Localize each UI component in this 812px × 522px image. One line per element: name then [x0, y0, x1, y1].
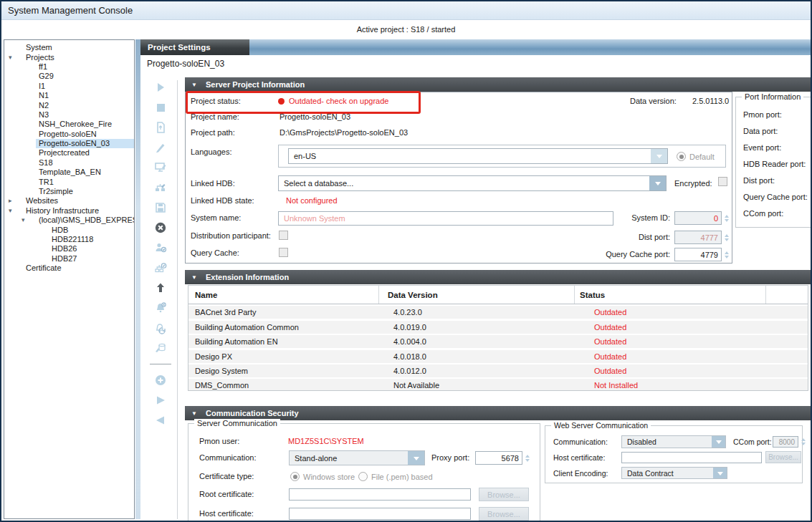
alarm-off-icon[interactable]: [143, 298, 177, 318]
extension-table-header[interactable]: Name Data Version Status: [188, 286, 808, 304]
ccom-port-spin-buttons[interactable]: [799, 436, 807, 448]
column-header-data-version[interactable]: Data Version: [378, 286, 574, 304]
tree-item-history-infrastructure[interactable]: ▾History Infrastructure: [4, 206, 134, 216]
section-header-extension-information[interactable]: ▼ Extension Information: [185, 270, 811, 284]
start-icon[interactable]: [143, 77, 177, 97]
tree-item--local-gms-hdb-express[interactable]: ▾(local)\GMS_HDB_EXPRESS: [4, 216, 134, 225]
tree-item-label: HDB221118: [49, 235, 96, 244]
tree-item-ff1[interactable]: ff1: [4, 62, 134, 72]
add-icon[interactable]: [143, 370, 177, 390]
system-id-spin-buttons[interactable]: [722, 211, 730, 225]
web-host-certificate-input[interactable]: [621, 452, 762, 463]
chevron-down-icon[interactable]: [649, 176, 666, 190]
tree-item-template-ba-en[interactable]: Template_BA_EN: [4, 168, 134, 177]
distribution-participant-checkbox[interactable]: [279, 231, 288, 240]
chevron-down-icon[interactable]: ▾: [9, 206, 23, 216]
web-communication-select[interactable]: Disabled: [621, 435, 726, 448]
collapse-arrow-icon[interactable]: ▼: [191, 82, 197, 88]
data-version-label: Data version:: [630, 97, 677, 105]
ccom-port-label: CCom port:: [733, 438, 772, 446]
tree-item-g29[interactable]: G29: [4, 72, 134, 81]
root-certificate-browse-button[interactable]: Browse...: [479, 488, 529, 501]
tree-item-hdb27[interactable]: HDB27: [4, 254, 134, 264]
encrypted-checkbox[interactable]: [718, 177, 727, 186]
tree-item-system[interactable]: System: [4, 43, 134, 52]
tree-item-hdb221118[interactable]: HDB221118: [4, 235, 134, 244]
save-icon[interactable]: [143, 198, 177, 218]
system-name-input[interactable]: Unknown System: [278, 211, 613, 226]
section-header-communication-security[interactable]: ▼ Communication Security: [185, 406, 811, 420]
alarm-restore-icon[interactable]: [143, 318, 177, 338]
host-certificate-input[interactable]: [289, 508, 471, 520]
tree-item-hdb26[interactable]: HDB26: [4, 244, 134, 253]
languages-select[interactable]: en-US: [288, 148, 668, 164]
extension-status: Outdated: [589, 308, 785, 316]
windows-store-radio[interactable]: [290, 472, 300, 481]
tree-item-n1[interactable]: N1: [4, 91, 134, 100]
web-host-certificate-browse-button[interactable]: Browse...: [765, 451, 801, 463]
stop-icon[interactable]: [143, 97, 177, 117]
display-settings-icon[interactable]: [143, 158, 177, 178]
extension-row[interactable]: Building Automation EN4.0.004.0Outdated: [188, 335, 808, 348]
edit-project-icon[interactable]: [143, 137, 177, 158]
chevron-right-icon[interactable]: ▸: [9, 196, 23, 206]
system-id-spinner[interactable]: 0: [674, 211, 722, 225]
extension-status: Outdated: [589, 352, 785, 361]
tree-item-nsh-cherokee-fire[interactable]: NSH_Cherokee_Fire: [4, 120, 134, 129]
tree-item-websites[interactable]: ▸Websites: [4, 196, 134, 206]
file-pem-radio[interactable]: [358, 472, 368, 481]
proxy-port-spin-buttons[interactable]: [523, 451, 531, 465]
tree-item-n3[interactable]: N3: [4, 110, 134, 120]
root-certificate-input[interactable]: [289, 488, 471, 501]
query-cache-checkbox[interactable]: [279, 248, 288, 257]
cancel-icon[interactable]: [143, 218, 177, 238]
proxy-port-spinner[interactable]: 5678: [475, 451, 522, 465]
chevron-down-icon[interactable]: ▾: [9, 53, 23, 62]
tree-item-n2[interactable]: N2: [4, 100, 134, 110]
clear-history-icon[interactable]: [143, 338, 177, 358]
project-tree[interactable]: System▾Projectsff1G29I1N1N2N3NSH_Cheroke…: [4, 39, 135, 519]
extension-row[interactable]: Desigo System4.0.012.0Outdated: [188, 364, 808, 377]
network-settings-icon[interactable]: [143, 178, 177, 198]
user-settings-icon[interactable]: [143, 238, 177, 258]
collapse-arrow-icon[interactable]: ▼: [191, 274, 197, 281]
tab-project-settings[interactable]: Project Settings: [140, 39, 249, 55]
tree-item-progetto-soloen-03[interactable]: Progetto-soloEN_03: [4, 139, 134, 148]
tree-item-hdb[interactable]: HDB: [4, 225, 134, 234]
forward-icon[interactable]: [143, 390, 177, 410]
tree-item-i1[interactable]: I1: [4, 82, 134, 91]
upgrade-icon[interactable]: [143, 278, 177, 298]
new-project-icon[interactable]: [143, 117, 177, 137]
extension-row[interactable]: Desigo PX4.0.018.0Outdated: [188, 350, 808, 363]
tree-item-tr2simple[interactable]: Tr2simple: [4, 187, 134, 196]
section-header-server-project-information[interactable]: ▼ Server Project Information: [185, 77, 811, 92]
dist-port-spin-buttons[interactable]: [722, 231, 730, 244]
tree-item-certificate[interactable]: Certificate: [4, 264, 134, 273]
back-icon[interactable]: [143, 410, 177, 430]
network-check-icon[interactable]: [143, 258, 177, 278]
tree-item-progetto-soloen[interactable]: Progetto-soloEN: [4, 130, 134, 139]
tree-item-tr1[interactable]: TR1: [4, 177, 134, 186]
query-cache-port-spinner[interactable]: 4779: [674, 248, 722, 261]
chevron-down-icon[interactable]: [651, 149, 667, 163]
query-cache-port-spin-buttons[interactable]: [722, 248, 730, 261]
dist-port-spinner[interactable]: 4777: [674, 231, 722, 244]
splitter[interactable]: [135, 39, 140, 519]
ccom-port-spinner[interactable]: 8000: [773, 436, 798, 448]
chevron-down-icon[interactable]: ▾: [22, 216, 36, 225]
communication-select[interactable]: Stand-alone: [289, 450, 425, 465]
column-header-status[interactable]: Status: [574, 286, 765, 304]
extension-row[interactable]: BACnet 3rd Party4.0.23.0Outdated: [188, 306, 808, 319]
column-header-name[interactable]: Name: [188, 286, 378, 304]
client-encoding-select[interactable]: Data Contract: [621, 467, 727, 479]
default-radio[interactable]: [677, 152, 686, 161]
extension-row[interactable]: Building Automation Common4.0.019.0Outda…: [188, 321, 808, 334]
extension-row[interactable]: DMS_CommonNot AvailableNot Installed: [188, 379, 808, 391]
tree-item-projectcreated[interactable]: Projectcreated: [4, 148, 134, 158]
extension-table: Name Data Version Status BACnet 3rd Part…: [188, 285, 808, 391]
tree-item-s18[interactable]: S18: [4, 158, 134, 168]
tree-item-projects[interactable]: ▾Projects: [4, 52, 134, 62]
host-certificate-browse-button[interactable]: Browse...: [479, 507, 529, 521]
linked-hdb-select[interactable]: Select a database...: [278, 175, 667, 191]
collapse-arrow-icon[interactable]: ▼: [191, 410, 197, 417]
